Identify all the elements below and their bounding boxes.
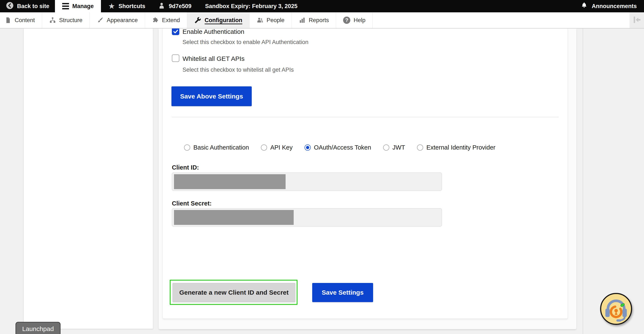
paintbrush-icon [97,17,104,24]
radio-icon [417,144,423,151]
user-label: 9d7e509 [169,3,192,9]
auth-method-radio-group: Basic Authentication API Key OAuth/Acces… [184,144,495,151]
shortcuts-label: Shortcuts [118,3,145,9]
admin-tab-configuration[interactable]: Configuration [187,12,250,28]
toolbar-collapse-button[interactable] [630,12,644,28]
api-authentication-form-card: Enable Authentication Select this checkb… [162,28,568,319]
enable-authentication-label: Enable Authentication [182,28,244,35]
radio-external-identity-provider[interactable]: External Identity Provider [417,144,495,151]
admin-tab-label: Reports [309,17,329,24]
back-to-site-label: Back to site [17,3,50,9]
admin-tab-appearance[interactable]: Appearance [90,12,145,28]
radio-label: API Key [270,144,292,151]
manage-label: Manage [72,3,94,9]
radio-basic-authentication[interactable]: Basic Authentication [184,144,249,151]
wrench-icon [194,16,202,24]
headset-lock-logo-icon [602,295,630,323]
announcements-button[interactable]: Announcements [580,0,637,12]
admin-tab-label: Structure [59,17,83,24]
client-id-redacted-value [174,174,286,189]
admin-tab-people[interactable]: People [250,12,292,28]
bar-chart-icon [299,17,306,24]
radio-label: Basic Authentication [193,144,249,151]
help-icon: ? [343,16,350,24]
whitelist-get-apis-label: Whitelist all GET APIs [182,55,244,62]
admin-tab-extend[interactable]: Extend [145,12,187,28]
settings-outer-panel: Enable Authentication Select this checkb… [159,28,576,329]
section-divider [172,117,558,117]
admin-tab-label: Appearance [107,17,138,24]
radio-label: OAuth/Access Token [314,144,371,151]
hamburger-icon [62,3,69,9]
admin-tab-label: Configuration [205,17,242,24]
admin-tab-label: Help [354,17,366,24]
puzzle-icon [152,17,159,24]
save-above-settings-button[interactable]: Save Above Settings [172,86,252,106]
radio-icon [383,144,389,151]
whitelist-get-apis-description: Select this checkbox to whitelist all ge… [182,67,294,73]
admin-tab-help[interactable]: ? Help [336,12,373,28]
admin-tab-reports[interactable]: Reports [292,12,336,28]
launchpad-label: Launchpad [22,325,54,333]
client-secret-redacted-value [174,210,294,225]
admin-tab-label: People [267,17,284,24]
client-secret-input[interactable] [172,208,442,227]
left-empty-panel [24,28,153,329]
document-icon [5,17,12,24]
radio-jwt[interactable]: JWT [383,144,405,151]
radio-label: JWT [392,144,405,151]
radio-oauth-access-token[interactable]: OAuth/Access Token [304,144,371,151]
collapse-left-icon [632,15,642,25]
admin-tab-label: Content [15,17,35,24]
page-content-region: Enable Authentication Select this checkb… [0,28,644,334]
announcements-label: Announcements [592,3,637,9]
support-helpdesk-button[interactable] [600,293,632,325]
user-account-tab[interactable]: 9d7e509 [156,0,194,12]
admin-toolbar: Back to site Manage ★ Shortcuts 9d7e509 … [0,0,644,12]
generate-client-id-secret-button[interactable]: Generate a new Client ID and Secret [172,283,296,302]
radio-api-key[interactable]: API Key [261,144,292,151]
radio-selected-icon [304,144,311,151]
admin-tab-label: Extend [162,17,180,24]
radio-icon [261,144,267,151]
sitemap-icon [49,17,56,24]
star-icon: ★ [108,2,115,10]
bell-icon [580,2,588,11]
user-icon [158,2,165,11]
shortcuts-tab[interactable]: ★ Shortcuts [106,0,147,12]
radio-icon [184,144,190,151]
enable-authentication-checkbox[interactable] [172,28,179,35]
people-icon [256,17,264,24]
save-settings-button[interactable]: Save Settings [312,283,373,302]
back-to-site-button[interactable]: Back to site [6,0,50,12]
launchpad-tooltip[interactable]: Launchpad [16,322,60,334]
admin-menu-bar: Content Structure Appearance Extend Conf… [0,12,644,28]
back-arrow-icon [6,2,14,11]
radio-label: External Identity Provider [426,144,495,151]
client-secret-label: Client Secret: [172,200,212,207]
admin-tab-structure[interactable]: Structure [42,12,90,28]
topbar-spacer [298,0,581,12]
enable-authentication-description: Select this checkbox to enable API Authe… [182,39,308,45]
sandbox-expiry-text: Sandbox Expiry: February 3, 2025 [205,0,298,12]
right-layout-rule [583,28,583,334]
checkmark-icon [173,29,178,34]
manage-tab[interactable]: Manage [55,0,101,12]
client-id-input[interactable] [172,173,442,191]
admin-tab-content[interactable]: Content [0,12,42,28]
client-id-label: Client ID: [172,164,199,171]
whitelist-get-apis-checkbox[interactable] [172,54,179,62]
